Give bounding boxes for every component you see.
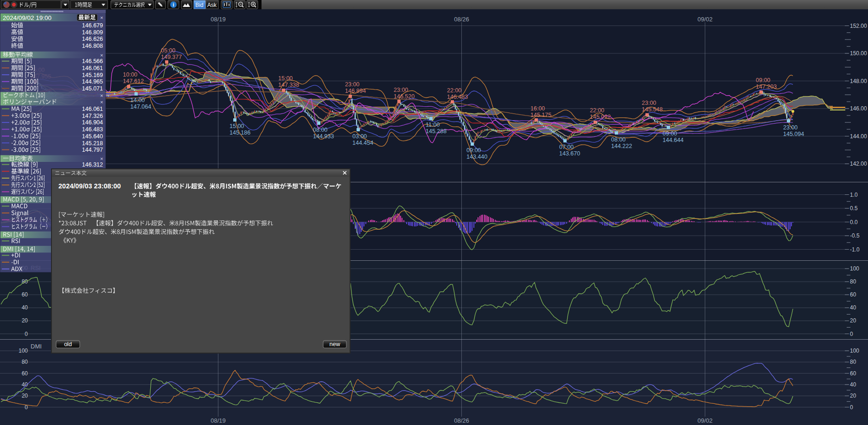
svg-text:100: 100 (850, 265, 859, 272)
svg-text:0: 0 (25, 331, 28, 337)
svg-text:60: 60 (22, 370, 28, 377)
svg-text:146.894: 146.894 (345, 88, 366, 94)
svg-text:146.566: 146.566 (82, 58, 103, 64)
svg-text:23:00: 23:00 (394, 87, 408, 93)
svg-text:08:00: 08:00 (313, 127, 327, 133)
svg-text:40: 40 (850, 381, 856, 388)
svg-text:100: 100 (850, 348, 859, 354)
svg-text:144.00: 144.00 (850, 133, 867, 140)
svg-text:150.00: 150.00 (850, 50, 867, 57)
svg-text:20: 20 (850, 317, 856, 324)
svg-text:147.612: 147.612 (123, 78, 144, 84)
svg-text:22:00: 22:00 (447, 87, 461, 94)
svg-text:×: × (100, 52, 103, 58)
svg-text:15:00: 15:00 (278, 75, 293, 82)
svg-text:147.326: 147.326 (82, 113, 103, 119)
svg-text:145.022: 145.022 (590, 114, 611, 120)
svg-text:145.094: 145.094 (783, 131, 804, 137)
svg-text:146.679: 146.679 (82, 22, 103, 29)
svg-text:60: 60 (22, 291, 28, 298)
svg-text:147.064: 147.064 (130, 103, 151, 110)
svg-text:146.061: 146.061 (82, 65, 103, 71)
svg-text:146.808: 146.808 (82, 43, 103, 49)
svg-text:0: 0 (850, 331, 853, 337)
svg-text:146.809: 146.809 (82, 29, 103, 36)
svg-text:40: 40 (850, 304, 856, 311)
svg-text:146.483: 146.483 (82, 126, 103, 133)
svg-text:146.520: 146.520 (394, 93, 415, 100)
svg-text:23:00: 23:00 (642, 100, 656, 106)
svg-text:×: × (100, 156, 103, 161)
svg-text:143.670: 143.670 (559, 150, 580, 157)
svg-text:144.454: 144.454 (352, 140, 373, 146)
svg-text:80: 80 (850, 278, 856, 285)
svg-text:07:00: 07:00 (559, 144, 574, 150)
svg-text:×: × (100, 15, 103, 20)
svg-text:16:00: 16:00 (530, 105, 545, 112)
svg-text:1.0: 1.0 (850, 192, 858, 198)
svg-text:10:00: 10:00 (123, 71, 137, 78)
svg-text:146.626: 146.626 (82, 36, 103, 42)
svg-text:144.933: 144.933 (313, 133, 334, 140)
svg-text:23:00: 23:00 (345, 81, 359, 88)
svg-text:142.00: 142.00 (850, 161, 867, 167)
svg-text:09:00: 09:00 (756, 77, 770, 84)
svg-text:145.186: 145.186 (230, 129, 250, 136)
svg-text:08/26: 08/26 (454, 16, 469, 23)
svg-text:22:00: 22:00 (590, 107, 604, 114)
svg-text:0: 0 (850, 404, 853, 411)
svg-text:146.483: 146.483 (447, 94, 468, 100)
svg-text:147.338: 147.338 (278, 82, 299, 88)
svg-text:09/02: 09/02 (697, 16, 713, 23)
svg-text:20: 20 (22, 393, 28, 399)
svg-text:09:00: 09:00 (663, 130, 677, 137)
svg-text:145.548: 145.548 (642, 106, 663, 113)
svg-text:145.640: 145.640 (82, 133, 103, 140)
svg-text:-1.0: -1.0 (850, 246, 860, 253)
svg-text:60: 60 (850, 370, 856, 377)
svg-text:144.222: 144.222 (611, 143, 632, 149)
svg-text:2024/09/02 19:00: 2024/09/02 19:00 (3, 14, 51, 21)
svg-text:20: 20 (850, 393, 856, 399)
svg-text:DMI: DMI (31, 343, 42, 350)
svg-text:09/02: 09/02 (697, 417, 713, 424)
svg-text:11:00: 11:00 (426, 122, 440, 128)
svg-text:-0.5: -0.5 (850, 232, 860, 239)
svg-text:146.00: 146.00 (850, 105, 867, 112)
svg-text:23:00: 23:00 (783, 124, 798, 131)
svg-text:Ask: Ask (207, 2, 217, 8)
svg-text:×: × (100, 93, 103, 98)
svg-text:0.0: 0.0 (850, 219, 858, 225)
svg-text:05:00: 05:00 (161, 47, 175, 54)
svg-text:0.5: 0.5 (850, 205, 858, 212)
svg-text:144.965: 144.965 (82, 78, 103, 85)
svg-text:40: 40 (22, 304, 28, 311)
svg-text:145.175: 145.175 (530, 112, 551, 118)
svg-text:144.644: 144.644 (663, 137, 683, 143)
svg-text:146.312: 146.312 (82, 161, 103, 168)
svg-text:03:00: 03:00 (352, 133, 367, 140)
svg-text:60: 60 (850, 291, 856, 298)
svg-text:08/19: 08/19 (211, 417, 226, 424)
svg-text:80: 80 (22, 359, 28, 365)
svg-text:145.169: 145.169 (82, 72, 103, 78)
svg-text:152.00: 152.00 (850, 23, 867, 29)
svg-text:Bid: Bid (195, 2, 203, 8)
svg-text:145.071: 145.071 (82, 85, 103, 92)
svg-text:146.904: 146.904 (82, 119, 103, 126)
svg-text:new: new (330, 341, 341, 348)
svg-text:20: 20 (22, 317, 28, 324)
svg-text:147.203: 147.203 (756, 84, 777, 90)
svg-text:146.061: 146.061 (82, 106, 103, 112)
svg-text:old: old (64, 341, 72, 348)
svg-text:145.218: 145.218 (82, 140, 103, 147)
svg-text:144.797: 144.797 (82, 147, 103, 153)
svg-text:100: 100 (19, 348, 28, 354)
svg-text:148.00: 148.00 (850, 78, 867, 84)
svg-text:08/26: 08/26 (454, 417, 469, 424)
svg-text:i: i (172, 2, 174, 7)
svg-text:×: × (100, 99, 103, 105)
svg-text:149.377: 149.377 (161, 54, 182, 60)
svg-text:14:00: 14:00 (130, 97, 145, 103)
svg-text:09:00: 09:00 (466, 147, 481, 154)
